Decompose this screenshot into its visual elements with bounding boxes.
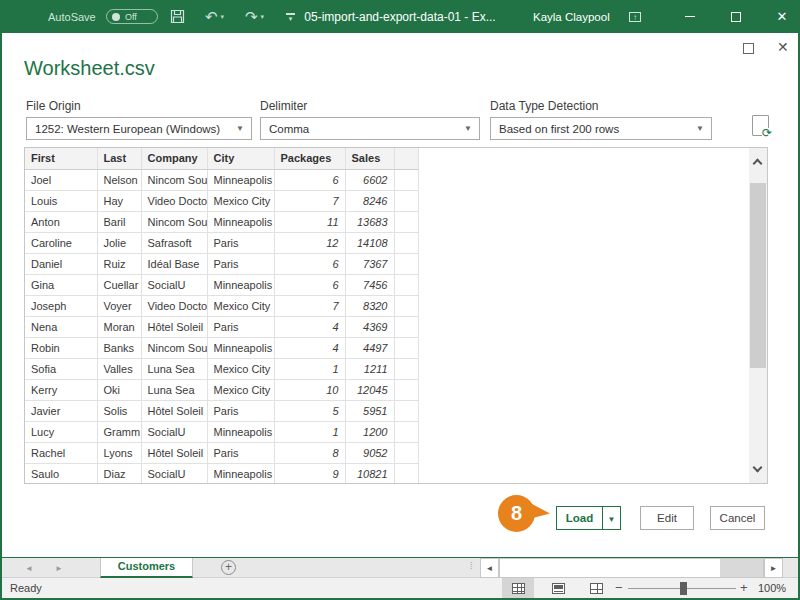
cell: Nincom Soup [141, 169, 207, 190]
table-row: CarolineJolieSafrasoftParis1214108 [25, 232, 418, 253]
cell: 10 [274, 379, 345, 400]
redo-dropdown-icon[interactable]: ▾ [261, 13, 265, 21]
cell: 6 [274, 274, 345, 295]
dialog-maximize-icon[interactable] [743, 43, 754, 54]
cell-empty [394, 253, 418, 274]
hscroll-thumb[interactable] [500, 559, 720, 577]
undo-dropdown-icon[interactable]: ▾ [221, 13, 225, 21]
cell: Banks [97, 337, 141, 358]
cell: 4 [274, 316, 345, 337]
tab-splitter-handle[interactable]: ⁞ [470, 561, 473, 571]
edit-button[interactable]: Edit [640, 506, 694, 530]
cell-empty [394, 295, 418, 316]
window-maximize-icon[interactable] [726, 0, 746, 33]
hscroll-left-icon[interactable]: ◄ [480, 558, 499, 578]
table-row: AntonBarilNincom SoupMinneapolis1113683 [25, 211, 418, 232]
page-break-icon [590, 583, 603, 594]
maximize-box-icon [731, 12, 741, 22]
scroll-down-icon[interactable] [753, 463, 763, 473]
cell: Nincom Soup [141, 337, 207, 358]
column-header: Last [97, 148, 141, 169]
cell: Moran [97, 316, 141, 337]
cell: Louis [25, 190, 97, 211]
cell: 6 [274, 253, 345, 274]
next-sheet-icon[interactable]: ► [52, 558, 66, 578]
normal-view-button[interactable] [502, 578, 534, 598]
cell: 4497 [345, 337, 394, 358]
cell: Anton [25, 211, 97, 232]
load-button[interactable]: Load [556, 506, 603, 530]
page-layout-view-button[interactable] [542, 578, 574, 598]
scroll-up-icon[interactable] [753, 159, 763, 169]
load-dropdown-button[interactable]: ▼ [602, 506, 621, 530]
page-layout-icon [552, 583, 565, 594]
cell: Hay [97, 190, 141, 211]
cell-empty [394, 190, 418, 211]
zoom-out-icon[interactable]: − [615, 580, 623, 595]
cell: Minneapolis [207, 337, 274, 358]
add-sheet-icon[interactable]: + [221, 560, 236, 575]
user-name: Kayla Claypool [533, 0, 610, 33]
cell: Mexico City [207, 295, 274, 316]
cell: 12 [274, 232, 345, 253]
table-row: LucyGrammSocialUMinneapolis11200 [25, 421, 418, 442]
table-row: LouisHayVideo DoctorMexico City78246 [25, 190, 418, 211]
prev-sheet-icon[interactable]: ◄ [22, 558, 36, 578]
window-close-icon[interactable]: ✕ [772, 0, 792, 33]
cell: Safrasoft [141, 232, 207, 253]
cell: Minneapolis [207, 274, 274, 295]
cell: Rachel [25, 442, 97, 463]
chevron-down-icon: ▼ [696, 124, 704, 133]
refresh-preview-icon[interactable]: ⟳ [752, 115, 769, 136]
cell: 4369 [345, 316, 394, 337]
autosave-toggle[interactable]: Off [106, 9, 158, 24]
cell-empty [394, 169, 418, 190]
cell: 11 [274, 211, 345, 232]
preview-vertical-scrollbar[interactable] [749, 148, 767, 483]
zoom-slider-thumb[interactable] [680, 582, 687, 595]
cell: Mexico City [207, 190, 274, 211]
cell: Minneapolis [207, 211, 274, 232]
autosave-label: AutoSave [48, 0, 96, 33]
table-row: RachelLyonsHôtel SoleilParis89052 [25, 442, 418, 463]
data-type-detection-select[interactable]: Based on first 200 rows ▼ [490, 117, 712, 140]
cell: 9052 [345, 442, 394, 463]
scrollbar-thumb[interactable] [750, 183, 766, 368]
excel-window: AutoSave Off ↶▾ ↷▾ ▾ 05-import-and-expor… [0, 0, 800, 600]
cell: Caroline [25, 232, 97, 253]
ribbon-display-options-icon[interactable]: ↑ [628, 0, 642, 33]
cell-empty [394, 274, 418, 295]
cell: Mexico City [207, 358, 274, 379]
cell: 6602 [345, 169, 394, 190]
file-origin-select[interactable]: 1252: Western European (Windows) ▼ [26, 117, 252, 140]
dialog-close-icon[interactable]: ✕ [777, 39, 789, 55]
cell: Valles [97, 358, 141, 379]
save-icon[interactable] [170, 0, 185, 33]
cell: Oki [97, 379, 141, 400]
zoom-slider[interactable] [628, 588, 736, 589]
zoom-level[interactable]: 100% [758, 582, 786, 594]
redo-icon[interactable]: ↷▾ [245, 0, 264, 33]
zoom-in-icon[interactable]: + [740, 580, 748, 595]
cell: Ruiz [97, 253, 141, 274]
document-title: 05-import-and-export-data-01 - Ex... [287, 0, 513, 33]
horizontal-scrollbar[interactable] [499, 558, 764, 578]
cell: Minneapolis [207, 421, 274, 442]
preview-table: FirstLastCompanyCityPackagesSales JoelNe… [25, 148, 419, 484]
cell: Nena [25, 316, 97, 337]
table-row: KerryOkiLuna SeaMexico City1012045 [25, 379, 418, 400]
data-preview-pane: FirstLastCompanyCityPackagesSales JoelNe… [24, 147, 768, 484]
file-origin-label: File Origin [26, 99, 81, 113]
delimiter-select[interactable]: Comma ▼ [260, 117, 480, 140]
cell: SocialU [141, 274, 207, 295]
hscroll-right-icon[interactable]: ► [764, 558, 783, 578]
sheet-tab-customers[interactable]: Customers [100, 558, 193, 578]
cell: 1200 [345, 421, 394, 442]
window-minimize-icon[interactable] [680, 0, 700, 33]
column-header: Company [141, 148, 207, 169]
page-break-view-button[interactable] [580, 578, 612, 598]
dialog-title: Worksheet.csv [24, 57, 155, 80]
grid-view-icon [512, 583, 525, 594]
undo-icon[interactable]: ↶▾ [205, 0, 224, 33]
cancel-button[interactable]: Cancel [710, 506, 765, 530]
